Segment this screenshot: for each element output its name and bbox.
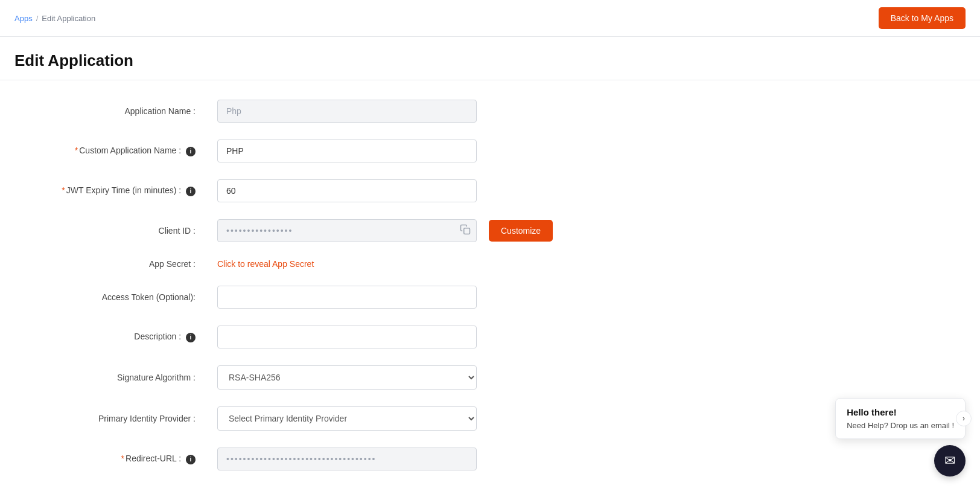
chat-bubble-text: Need Help? Drop us an email ! xyxy=(847,421,954,430)
app-secret-row: App Secret : Click to reveal App Secret xyxy=(36,259,567,269)
client-id-label: Client ID : xyxy=(36,226,205,236)
copy-icon[interactable] xyxy=(460,224,471,237)
signature-algorithm-row: Signature Algorithm : RSA-SHA256 HS256 R… xyxy=(36,365,567,390)
access-token-label: Access Token (Optional): xyxy=(36,292,205,302)
description-label: Description : i xyxy=(36,332,205,342)
info-icon-description[interactable]: i xyxy=(186,333,196,342)
required-star: * xyxy=(75,146,78,155)
access-token-input[interactable] xyxy=(217,286,477,309)
form-container: Application Name : *Custom Application N… xyxy=(0,100,603,470)
chat-widget: Hello there! Need Help? Drop us an email… xyxy=(835,398,966,477)
breadcrumb-separator: / xyxy=(36,14,39,23)
svg-rect-0 xyxy=(464,228,470,234)
custom-app-name-input[interactable] xyxy=(217,140,477,162)
primary-idp-row: Primary Identity Provider : Select Prima… xyxy=(36,406,567,431)
app-secret-label: App Secret : xyxy=(36,259,205,269)
info-icon-jwt[interactable]: i xyxy=(186,187,196,196)
chat-bubble: Hello there! Need Help? Drop us an email… xyxy=(835,398,966,439)
jwt-expiry-row: *JWT Expiry Time (in minutes) : i xyxy=(36,179,567,202)
app-name-row: Application Name : xyxy=(36,100,567,123)
required-star-redirect: * xyxy=(121,454,124,463)
back-to-my-apps-button[interactable]: Back to My Apps xyxy=(879,7,966,29)
info-icon-redirect[interactable]: i xyxy=(186,455,196,464)
breadcrumb-current: Edit Application xyxy=(42,14,95,23)
page-title: Edit Application xyxy=(0,37,980,80)
customize-button[interactable]: Customize xyxy=(489,220,553,242)
chat-icon: ✉ xyxy=(944,453,955,469)
client-id-row: Client ID : Customize xyxy=(36,219,567,242)
jwt-expiry-label: *JWT Expiry Time (in minutes) : i xyxy=(36,185,205,196)
redirect-url-label: *Redirect-URL : i xyxy=(36,454,205,464)
divider xyxy=(0,80,980,80)
chat-arrow-button[interactable]: › xyxy=(956,411,972,426)
primary-idp-select[interactable]: Select Primary Identity Provider xyxy=(217,406,477,431)
client-id-wrapper xyxy=(217,219,477,242)
description-input[interactable] xyxy=(217,326,477,348)
top-bar: Apps / Edit Application Back to My Apps xyxy=(0,0,980,37)
app-name-input[interactable] xyxy=(217,100,477,123)
redirect-url-row: *Redirect-URL : i xyxy=(36,448,567,470)
reveal-app-secret-link[interactable]: Click to reveal App Secret xyxy=(217,259,314,269)
redirect-url-input[interactable] xyxy=(217,448,477,470)
breadcrumb-apps-link[interactable]: Apps xyxy=(14,14,33,23)
app-name-label: Application Name : xyxy=(36,106,205,116)
jwt-expiry-input[interactable] xyxy=(217,179,477,202)
chat-open-button[interactable]: ✉ xyxy=(934,445,966,477)
info-icon-custom-name[interactable]: i xyxy=(186,147,196,156)
signature-algorithm-select[interactable]: RSA-SHA256 HS256 RS256 xyxy=(217,365,477,390)
access-token-row: Access Token (Optional): xyxy=(36,286,567,309)
primary-idp-label: Primary Identity Provider : xyxy=(36,414,205,423)
description-row: Description : i xyxy=(36,326,567,348)
chat-bubble-title: Hello there! xyxy=(847,407,954,417)
required-star-jwt: * xyxy=(62,185,65,195)
custom-app-name-row: *Custom Application Name : i xyxy=(36,140,567,162)
client-id-input[interactable] xyxy=(217,219,477,242)
signature-algorithm-label: Signature Algorithm : xyxy=(36,373,205,382)
custom-app-name-label: *Custom Application Name : i xyxy=(36,146,205,156)
breadcrumb: Apps / Edit Application xyxy=(14,14,95,23)
